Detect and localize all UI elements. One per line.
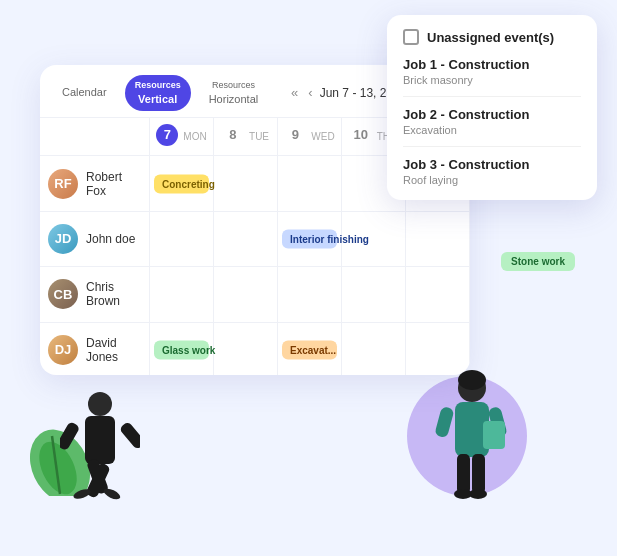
avatar-david-jones: DJ <box>48 335 78 365</box>
avatar-robert-fox: RF <box>48 169 78 199</box>
resource-chris-brown: CB Chris Brown <box>40 267 150 322</box>
event-stone-work[interactable]: Stone work <box>501 252 575 271</box>
tab-resources-vertical[interactable]: Resources Vertical <box>125 75 191 111</box>
figure-woman <box>427 366 517 526</box>
day-num-9: 9 <box>284 124 306 146</box>
day-num-8: 8 <box>222 124 244 146</box>
day-num-7: 7 <box>156 124 178 146</box>
event-cell-cb-4 <box>406 267 470 322</box>
figure-man <box>60 386 140 526</box>
event-excavation[interactable]: Excavat... <box>282 340 337 359</box>
svg-rect-17 <box>60 421 80 451</box>
event-cell-cb-2 <box>278 267 342 322</box>
resource-john-doe: JD John doe <box>40 212 150 267</box>
resource-david-jones: DJ David Jones <box>40 323 150 375</box>
nav-prev-button[interactable]: ‹ <box>305 83 315 102</box>
resource-name-robert-fox: Robert Fox <box>86 170 141 198</box>
event-cell-rf-1 <box>214 156 278 211</box>
popup-job-2-title: Job 2 - Construction <box>403 107 581 122</box>
svg-rect-7 <box>472 454 485 494</box>
event-cell-dj-0: Glass work <box>150 323 214 375</box>
popup-job-3: Job 3 - Construction Roof laying <box>403 157 581 186</box>
event-cell-cb-0 <box>150 267 214 322</box>
svg-rect-12 <box>483 421 505 449</box>
event-cell-jd-2: Interior finishing <box>278 212 342 267</box>
event-cell-jd-4 <box>406 212 470 267</box>
popup-job-3-sub: Roof laying <box>403 174 581 186</box>
resource-robert-fox: RF Robert Fox <box>40 156 150 211</box>
nav-prev-prev-button[interactable]: « <box>288 83 301 102</box>
popup-job-2: Job 2 - Construction Excavation <box>403 107 581 147</box>
day-label-wed: WED <box>311 130 334 141</box>
svg-rect-6 <box>457 454 470 494</box>
event-cell-rf-2 <box>278 156 342 211</box>
day-num-10: 10 <box>350 124 372 146</box>
svg-point-4 <box>458 370 486 390</box>
event-cell-cb-3 <box>342 267 406 322</box>
tab-resources-horizontal[interactable]: Resources Horizontal <box>199 75 269 111</box>
popup-header: Unassigned event(s) <box>403 29 581 45</box>
col-header-tue: 8 TUE <box>214 118 278 156</box>
tab-calendar[interactable]: Calendar <box>52 81 117 104</box>
day-label-tue: TUE <box>249 130 269 141</box>
event-cell-jd-3 <box>342 212 406 267</box>
svg-point-9 <box>469 489 487 499</box>
avatar-john-doe: JD <box>48 224 78 254</box>
popup-job-1: Job 1 - Construction Brick masonry <box>403 57 581 97</box>
popup-job-3-title: Job 3 - Construction <box>403 157 581 172</box>
event-cell-rf-0: Concreting <box>150 156 214 211</box>
event-glass-work[interactable]: Glass work <box>154 340 209 359</box>
unassigned-checkbox[interactable] <box>403 29 419 45</box>
col-header-wed: 9 WED <box>278 118 342 156</box>
popup-job-2-sub: Excavation <box>403 124 581 136</box>
popup-job-1-sub: Brick masonry <box>403 74 581 86</box>
resource-name-john-doe: John doe <box>86 232 135 246</box>
event-cell-dj-2: Excavat... <box>278 323 342 375</box>
col-header-mon: 7 MON <box>150 118 214 156</box>
svg-rect-10 <box>434 406 454 438</box>
day-label-mon: MON <box>183 130 206 141</box>
event-cell-dj-3 <box>342 323 406 375</box>
popup-title: Unassigned event(s) <box>427 30 554 45</box>
svg-rect-14 <box>85 416 115 464</box>
svg-point-13 <box>88 392 112 416</box>
col-header-empty <box>40 118 150 156</box>
event-concreting[interactable]: Concreting <box>154 174 209 193</box>
popup-job-1-title: Job 1 - Construction <box>403 57 581 72</box>
event-cell-jd-0 <box>150 212 214 267</box>
svg-rect-18 <box>119 421 140 450</box>
event-interior-finishing[interactable]: Interior finishing <box>282 229 337 248</box>
event-cell-dj-1 <box>214 323 278 375</box>
resource-name-chris-brown: Chris Brown <box>86 280 141 308</box>
event-cell-jd-1 <box>214 212 278 267</box>
unassigned-popup: Unassigned event(s) Job 1 - Construction… <box>387 15 597 200</box>
event-cell-cb-1 <box>214 267 278 322</box>
avatar-chris-brown: CB <box>48 279 78 309</box>
resource-name-david-jones: David Jones <box>86 336 141 364</box>
